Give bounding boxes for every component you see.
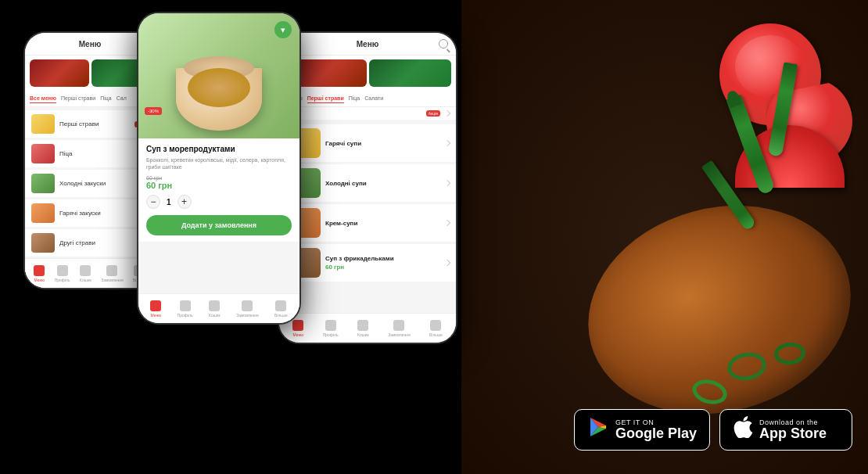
google-play-text: GET IT ON Google Play — [615, 418, 697, 442]
list-item[interactable]: Холодні закуски — [25, 170, 155, 197]
cart-icon — [209, 300, 220, 311]
food-background — [461, 0, 868, 474]
app-store-line2: App Store — [759, 426, 827, 442]
profile-icon — [325, 320, 336, 331]
product-price-old: 60 грн — [146, 175, 292, 181]
menu-item-name: Перші страви — [59, 120, 99, 127]
subcategory-name: Холодні супи — [325, 180, 440, 187]
subcategory-list-right: Гарячі супи Холодні супи Крем-супи — [279, 121, 456, 287]
app-tabs-left: Все меню Перші страви Піца Сал — [25, 91, 155, 107]
menu-item-image — [31, 114, 55, 134]
search-icon-right[interactable] — [439, 39, 448, 48]
nav-label: Меню — [292, 332, 303, 337]
nav-orders-right[interactable]: Замовлення — [388, 320, 411, 337]
list-item[interactable]: Другі страви — [25, 229, 155, 257]
nav-label: Кошик — [209, 313, 221, 318]
phones-container: Меню Все меню Перші страви Піца Сал Перш… — [0, 0, 508, 474]
nav-profile-right[interactable]: Профіль — [323, 320, 339, 337]
apple-icon — [733, 416, 753, 443]
bottom-nav-left: Меню Профіль Кошик Замовлення Більше — [25, 258, 155, 288]
nav-label: Профіль — [178, 313, 193, 318]
nav-profile-left[interactable]: Профіль — [55, 265, 70, 282]
subcategory-price: 60 грн — [325, 264, 440, 271]
soup-contents — [188, 68, 250, 107]
phone-right-screen: Меню е меню Перші страви Піца Салати Акц… — [279, 33, 456, 343]
quantity-increase-button[interactable]: + — [178, 195, 192, 209]
nav-menu-center[interactable]: Меню — [150, 300, 161, 318]
nav-cart-center[interactable]: Кошик — [209, 300, 221, 318]
app-header-right: Меню — [279, 33, 456, 56]
list-item[interactable]: Гарячі закуски — [25, 199, 155, 227]
orders-icon — [242, 300, 253, 311]
nav-menu-left[interactable]: Меню — [34, 265, 45, 282]
nav-more-right[interactable]: Більше — [429, 320, 443, 337]
tab-pizza-left[interactable]: Піца — [100, 94, 112, 103]
store-badges: GET IT ON Google Play Download on the Ap… — [574, 409, 852, 451]
list-item[interactable]: Суп з фрикадельками 60 грн — [279, 244, 456, 282]
list-item[interactable]: Піца — [25, 140, 155, 167]
chevron-right-icon — [444, 140, 450, 146]
tab-pizza-right[interactable]: Піца — [349, 94, 360, 103]
subcategory-name: Гарячі супи — [325, 140, 440, 147]
menu-item-image — [31, 174, 55, 193]
quantity-decrease-button[interactable]: − — [146, 195, 160, 209]
tab-salad-left[interactable]: Сал — [117, 94, 127, 103]
banner-food-right — [369, 59, 452, 87]
list-item[interactable]: Холодні супи — [279, 164, 456, 202]
tab-salad-right[interactable]: Салати — [364, 94, 383, 103]
list-item[interactable]: Гарячі супи — [279, 124, 456, 162]
product-title: Суп з морепродуктами — [146, 145, 292, 153]
google-play-badge[interactable]: GET IT ON Google Play — [574, 409, 710, 451]
app-store-badge[interactable]: Download on the App Store — [719, 409, 852, 451]
profile-icon — [57, 265, 68, 276]
phone-right: Меню е меню Перші страви Піца Салати Акц… — [278, 31, 457, 344]
nav-label: Більше — [429, 332, 443, 337]
orders-icon — [393, 320, 404, 331]
subcategory-name: Суп з фрикадельками — [325, 255, 440, 262]
nav-profile-center[interactable]: Профіль — [178, 300, 193, 318]
more-icon — [275, 300, 286, 311]
add-to-order-button[interactable]: Додати у замовлення — [146, 215, 292, 235]
tab-first-courses-left[interactable]: Перші страви — [61, 94, 95, 103]
promo-badge-right: Акція — [426, 110, 440, 117]
nav-orders-center[interactable]: Замовлення — [236, 300, 259, 318]
menu-icon — [34, 265, 45, 276]
menu-item-name: Гарячі закуски — [59, 210, 101, 217]
nav-label: Кошик — [80, 278, 91, 282]
product-info: Суп з морепродуктами Брокколі, креветки … — [138, 138, 299, 242]
list-item[interactable]: Перші страви Акція — [25, 110, 155, 138]
menu-item-image — [31, 233, 55, 253]
profile-icon — [180, 300, 191, 311]
menu-icon — [150, 300, 161, 311]
nav-orders-left[interactable]: Замовлення — [101, 265, 124, 282]
app-header-title-left: Меню — [42, 40, 138, 48]
banner-meat-left — [30, 59, 89, 87]
app-banners-right — [279, 56, 456, 91]
list-item[interactable]: Крем-супи — [279, 204, 456, 242]
nav-label: Більше — [274, 313, 288, 318]
chevron-right-icon — [444, 110, 450, 117]
product-price-new: 60 грн — [146, 181, 292, 190]
subcategory-info: Крем-супи — [325, 220, 440, 227]
chevron-right-icon — [444, 180, 450, 186]
menu-item-name: Холодні закуски — [59, 180, 106, 187]
discount-badge: -30% — [145, 107, 162, 115]
quantity-row: − 1 + — [146, 195, 292, 209]
subcategory-name: Крем-супи — [325, 220, 440, 227]
down-arrow-icon[interactable]: ▾ — [274, 21, 292, 38]
chevron-right-icon — [444, 260, 450, 266]
nav-cart-right[interactable]: Кошик — [357, 320, 369, 337]
tab-first-right[interactable]: Перші страви — [307, 94, 344, 103]
nav-cart-left[interactable]: Кошик — [80, 265, 91, 282]
subcategory-info: Гарячі супи — [325, 140, 440, 147]
app-header-left: Меню — [25, 33, 155, 56]
cart-icon — [357, 320, 368, 331]
nav-label: Профіль — [55, 278, 70, 282]
tab-all-menu-left[interactable]: Все меню — [30, 94, 56, 103]
phone-center-screen: ▾ -30% Суп з морепродуктами Брокколі, кр… — [138, 13, 299, 323]
google-play-line2: Google Play — [615, 426, 697, 442]
quantity-value: 1 — [167, 198, 171, 206]
cart-icon — [80, 265, 91, 276]
nav-more-center[interactable]: Більше — [274, 300, 288, 318]
menu-item-image — [31, 203, 55, 223]
